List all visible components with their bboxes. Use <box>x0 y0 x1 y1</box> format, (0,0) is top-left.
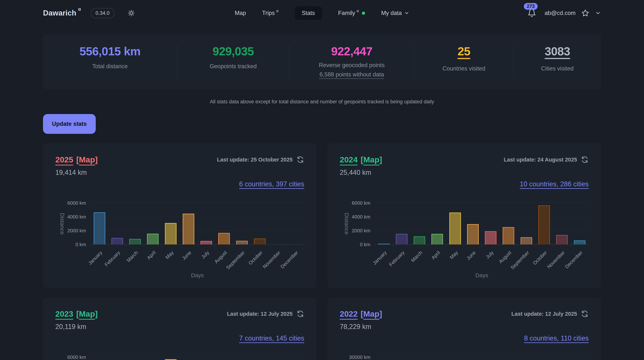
nav-map[interactable]: Map <box>235 10 246 16</box>
bar-october[interactable] <box>538 205 550 245</box>
bar-slot <box>482 231 500 245</box>
last-update: Last update: 12 July 2025 <box>227 310 304 318</box>
bar-august[interactable] <box>503 227 514 245</box>
map-link-2022[interactable]: [Map] <box>361 309 382 319</box>
y-tick-label: 4000 km <box>352 214 370 220</box>
stats-panel: 556,015 km Total distance 929,035 Geopoi… <box>43 34 601 89</box>
x-tick <box>535 245 553 247</box>
bell-icon <box>527 8 536 17</box>
bar-slot <box>535 205 553 245</box>
nav-family[interactable]: Familyα <box>338 10 365 16</box>
year-links: 2025[Map] <box>55 155 98 164</box>
year-link-2024[interactable]: 2024 <box>340 155 358 164</box>
nav-trips[interactable]: Tripsα <box>262 10 278 16</box>
user-email[interactable]: ab@cd.com <box>544 10 576 16</box>
nav-stats[interactable]: Stats <box>294 6 322 20</box>
chart-bars <box>375 203 589 245</box>
y-tick-label: 0 km <box>76 242 86 248</box>
bar-october[interactable] <box>254 239 266 245</box>
countries-cities-link[interactable]: 7 countries, 145 cities <box>239 334 304 342</box>
refresh-icon[interactable] <box>296 310 304 318</box>
month-label: December <box>564 250 584 270</box>
x-ticks <box>375 245 589 247</box>
chart-bars <box>90 203 304 245</box>
map-link-2023[interactable]: [Map] <box>76 309 98 319</box>
bar-september[interactable] <box>236 241 248 245</box>
bar-slot <box>518 237 535 245</box>
refresh-icon[interactable] <box>296 156 304 164</box>
bar-may[interactable] <box>449 213 461 245</box>
x-tick <box>464 245 482 247</box>
bar-april[interactable] <box>147 234 158 245</box>
bar-april[interactable] <box>432 234 443 245</box>
countries-cities-link[interactable]: 8 countries, 110 cities <box>524 334 589 342</box>
bar-june[interactable] <box>183 214 194 245</box>
map-link-2024[interactable]: [Map] <box>361 155 382 164</box>
theme-toggle-button[interactable] <box>128 9 135 17</box>
bar-slot <box>108 238 126 245</box>
x-tick <box>269 245 286 247</box>
brand-link[interactable]: Dawarichα <box>43 9 81 17</box>
bar-may[interactable] <box>165 359 176 360</box>
year-link-2023[interactable]: 2023 <box>55 309 73 319</box>
bar-slot <box>144 234 162 245</box>
bar-slot <box>553 235 571 245</box>
x-ticks <box>90 245 304 247</box>
x-tick <box>446 245 464 247</box>
points-without-data-link[interactable]: 6,588 points without data <box>320 71 384 78</box>
stats-note: All stats data above except for total di… <box>43 99 601 105</box>
bar-slot <box>464 224 482 245</box>
stat-label-countries: Countries visited <box>418 65 510 72</box>
year-chart: Distance0 km2000 km4000 km6000 kmJanuary… <box>55 203 304 279</box>
update-stats-button[interactable]: Update stats <box>43 114 96 134</box>
bar-june[interactable] <box>467 224 479 245</box>
chevron-down-icon <box>595 10 601 16</box>
last-update-label: Last update: 24 August 2025 <box>504 157 577 163</box>
bar-march[interactable] <box>414 236 425 245</box>
bar-july[interactable] <box>200 241 212 245</box>
last-update-label: Last update: 12 July 2025 <box>512 311 577 317</box>
notifications-button[interactable]: 273 <box>527 8 536 17</box>
month-label: September <box>510 250 530 271</box>
x-tick <box>482 245 500 247</box>
stat-total-distance: 556,015 km Total distance <box>43 45 177 78</box>
bar-december[interactable] <box>574 240 586 245</box>
bar-november[interactable] <box>556 235 568 245</box>
bar-february[interactable] <box>112 238 123 245</box>
bar-slot <box>198 241 215 245</box>
stat-label-total-distance: Total distance <box>47 63 173 70</box>
notification-badge[interactable]: 273 <box>524 3 538 10</box>
year-chart: Distance0 km2000 km4000 km6000 kmJanuary… <box>340 203 589 279</box>
x-tick <box>518 245 535 247</box>
x-labels: JanuaryFebruaryMarchAprilMayJuneJulyAugu… <box>90 247 304 271</box>
year-card-2023: 2023[Map]Last update: 12 July 202520,119… <box>43 297 316 360</box>
y-tick-label: 6000 km <box>67 355 86 360</box>
year-distance: 19,414 km <box>55 169 304 177</box>
x-tick <box>286 245 304 247</box>
bar-slot <box>126 239 144 245</box>
bar-september[interactable] <box>520 237 532 245</box>
account-menu-button[interactable] <box>595 10 601 16</box>
year-link-2022[interactable]: 2022 <box>340 309 358 319</box>
month-label: February <box>104 250 121 268</box>
countries-cities-link[interactable]: 6 countries, 397 cities <box>239 180 304 188</box>
refresh-icon[interactable] <box>581 310 589 318</box>
last-update-label: Last update: 12 July 2025 <box>227 311 293 317</box>
year-links: 2023[Map] <box>55 309 98 319</box>
countries-cities-link[interactable]: 10 countries, 286 cities <box>520 180 589 188</box>
bar-may[interactable] <box>165 223 176 245</box>
navbar-right: 273 ab@cd.com <box>527 8 601 17</box>
bar-slot <box>375 244 393 245</box>
bar-august[interactable] <box>218 233 230 245</box>
bar-january[interactable] <box>94 212 105 245</box>
bar-january[interactable] <box>378 244 390 245</box>
bar-february[interactable] <box>396 234 408 245</box>
year-link-2025[interactable]: 2025 <box>55 155 73 164</box>
nav-mydata[interactable]: My data <box>381 10 409 16</box>
favorites-button[interactable] <box>581 9 590 17</box>
refresh-icon[interactable] <box>581 156 589 164</box>
x-tick <box>198 245 215 247</box>
bar-march[interactable] <box>129 239 141 245</box>
map-link-2025[interactable]: [Map] <box>76 155 98 164</box>
bar-july[interactable] <box>485 231 496 245</box>
